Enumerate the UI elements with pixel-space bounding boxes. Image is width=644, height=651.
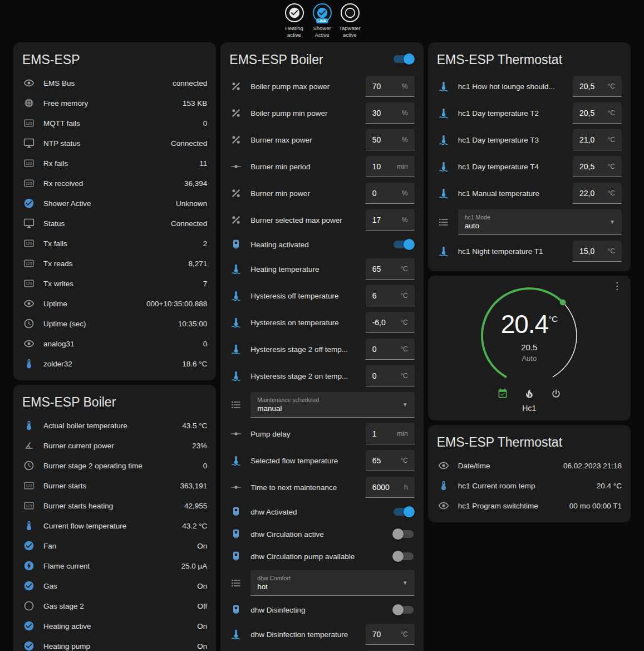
badge-shower-active[interactable]: LINK Shower Active — [309, 3, 335, 39]
select-input[interactable]: hc1 Modeauto▼ — [458, 209, 622, 235]
entity-row[interactable]: hc1 Modeauto▼ — [428, 207, 631, 238]
toggle-switch[interactable] — [392, 239, 415, 250]
entity-row[interactable]: Heating activated — [220, 233, 423, 256]
entity-row[interactable]: dhw Disinfection temperature70°C — [220, 621, 423, 648]
entity-row[interactable]: dhw Disinfecting — [220, 599, 423, 621]
entity-row[interactable]: StatusConnected — [13, 213, 216, 233]
entity-row[interactable]: EMS Busconnected — [13, 73, 216, 93]
number-input[interactable]: 0% — [366, 183, 415, 204]
entity-row[interactable]: 123Burner starts363,191 — [13, 476, 216, 496]
entity-row[interactable]: Hysteresis stage 2 on temp...0°C — [220, 363, 423, 389]
entity-row[interactable]: GasOn — [13, 576, 216, 596]
toggle-switch[interactable] — [392, 551, 415, 562]
entity-row[interactable]: Free memory153 KB — [13, 93, 216, 113]
thermostat-info-card: EMS-ESP Thermostat Date/time06.02.2023 2… — [428, 425, 631, 522]
entity-row[interactable]: 123Tx writes7 — [13, 273, 216, 293]
number-input[interactable]: 20,5°C — [573, 102, 622, 124]
entity-row[interactable]: 123Burner starts heating42,955 — [13, 496, 216, 516]
entity-row[interactable]: Shower ActiveUnknown — [13, 193, 216, 213]
entity-row[interactable]: Boiler pump min power30% — [220, 100, 423, 126]
heat-mode-button[interactable] — [524, 388, 535, 399]
entity-row[interactable]: hc1 Day temperature T220,5°C — [428, 100, 631, 126]
number-input[interactable]: 65°C — [366, 450, 415, 471]
entity-row[interactable]: Pump delay1min — [220, 420, 423, 447]
toggle-switch[interactable] — [392, 506, 415, 517]
entity-row[interactable]: Hysteresis on temperature-6,0°C — [220, 309, 423, 336]
toggle-switch[interactable] — [392, 604, 415, 615]
number-input[interactable]: 1min — [366, 423, 415, 444]
entity-row[interactable]: Gas stage 2Off — [13, 596, 216, 616]
number-unit: min — [397, 430, 407, 438]
entity-row[interactable]: analog310 — [13, 334, 216, 354]
entity-row[interactable]: Hysteresis off temperature6°C — [220, 282, 423, 309]
entity-row[interactable]: dhw Activated — [220, 501, 423, 523]
number-input[interactable]: 6000h — [366, 477, 415, 498]
entity-row[interactable]: Maintenance scheduledmanual▼ — [220, 389, 423, 420]
entity-row[interactable]: Burner max power50% — [220, 126, 423, 153]
number-input[interactable]: 10min — [366, 156, 415, 177]
entity-row[interactable]: 123MQTT fails0 — [13, 113, 216, 133]
number-input[interactable]: 20,5°C — [573, 156, 622, 177]
number-input[interactable]: 21,0°C — [573, 129, 622, 150]
entity-row[interactable]: Current flow temperature43.2 °C — [13, 516, 216, 536]
number-input[interactable]: 15,0°C — [573, 241, 622, 262]
entity-row[interactable]: dhw Flow temperature offset40°C — [220, 648, 423, 651]
badge-heating-active[interactable]: Heating active — [282, 3, 307, 39]
number-input[interactable]: 30% — [366, 102, 415, 124]
entity-row[interactable]: hc1 Day temperature T420,5°C — [428, 153, 631, 180]
number-input[interactable]: 50% — [366, 129, 415, 150]
entity-row[interactable]: Selected flow temperature65°C — [220, 447, 423, 474]
number-input[interactable]: 65°C — [366, 258, 415, 280]
entity-row[interactable]: NTP statusConnected — [13, 133, 216, 153]
entity-row[interactable]: Date/time06.02.2023 21:18 — [428, 456, 631, 476]
entity-row[interactable]: hc1 How hot lounge should...20,5°C — [428, 73, 631, 100]
thermostat-dial[interactable]: 20.4°C 20.5 Auto — [476, 286, 582, 387]
entity-row[interactable]: zolder3218.6 °C — [13, 354, 216, 374]
entity-row[interactable]: Burner current power23% — [13, 435, 216, 456]
number-input[interactable]: 0°C — [366, 339, 415, 360]
entity-row[interactable]: dhw Comforthot▼ — [220, 567, 423, 599]
number-input[interactable]: -6,0°C — [366, 312, 415, 333]
entity-row[interactable]: dhw Circulation pump available — [220, 545, 423, 567]
entity-row[interactable]: Boiler pump max power70% — [220, 73, 423, 100]
entity-row[interactable]: Burner min power0% — [220, 180, 423, 207]
number-input[interactable]: 70% — [366, 76, 415, 97]
entity-row[interactable]: Uptime (sec)10:35:00 — [13, 314, 216, 334]
entity-row[interactable]: Time to next maintenance6000h — [220, 474, 423, 501]
number-input[interactable]: 6°C — [366, 285, 415, 306]
select-input[interactable]: dhw Comforthot▼ — [250, 570, 414, 596]
entity-row[interactable]: Heating pumpOn — [13, 636, 216, 651]
number-input[interactable]: 20,5°C — [573, 76, 622, 97]
entity-row[interactable]: Burner selected max power17% — [220, 207, 423, 233]
number-input[interactable]: 70°C — [366, 624, 415, 645]
badge-tapwater-active[interactable]: Tapwater active — [337, 3, 363, 39]
more-menu-icon[interactable]: ⋮ — [612, 281, 622, 291]
entity-row[interactable]: FanOn — [13, 536, 216, 556]
number-input[interactable]: 17% — [366, 209, 415, 231]
schedule-mode-button[interactable] — [497, 388, 508, 399]
entity-row[interactable]: Heating activeOn — [13, 616, 216, 636]
entity-row[interactable]: 123Rx fails11 — [13, 153, 216, 173]
entity-row[interactable]: hc1 Program switchtime00 mo 00:00 T1 — [428, 496, 631, 516]
entity-row[interactable]: 123Tx reads8,271 — [13, 253, 216, 273]
entity-row[interactable]: 123Rx received36,394 — [13, 173, 216, 193]
entity-row[interactable]: Flame current25.0 µA — [13, 556, 216, 576]
select-input[interactable]: Maintenance scheduledmanual▼ — [250, 392, 414, 418]
entity-row[interactable]: hc1 Night temperature T115,0°C — [428, 238, 631, 265]
toggle-switch[interactable] — [392, 528, 415, 540]
entity-row[interactable]: Actual boiler temperature43.5 °C — [13, 415, 216, 435]
entity-row[interactable]: Uptime000+10:35:00.888 — [13, 293, 216, 314]
card-toggle[interactable] — [392, 53, 415, 65]
entity-row[interactable]: Heating temperature65°C — [220, 256, 423, 282]
entity-row[interactable]: dhw Circulation active — [220, 523, 423, 545]
entity-row[interactable]: hc1 Day temperature T321,0°C — [428, 126, 631, 153]
number-input[interactable]: 0°C — [366, 365, 415, 386]
number-input[interactable]: 22,0°C — [573, 183, 622, 204]
entity-row[interactable]: Burner min period10min — [220, 153, 423, 180]
off-mode-button[interactable] — [550, 388, 562, 399]
entity-row[interactable]: hc1 Current room temp20.4 °C — [428, 476, 631, 496]
entity-row[interactable]: Burner stage 2 operating time0 — [13, 456, 216, 476]
entity-row[interactable]: hc1 Manual temperature22,0°C — [428, 180, 631, 207]
entity-row[interactable]: 123Tx fails2 — [13, 233, 216, 253]
entity-row[interactable]: Hysteresis stage 2 off temp...0°C — [220, 336, 423, 363]
